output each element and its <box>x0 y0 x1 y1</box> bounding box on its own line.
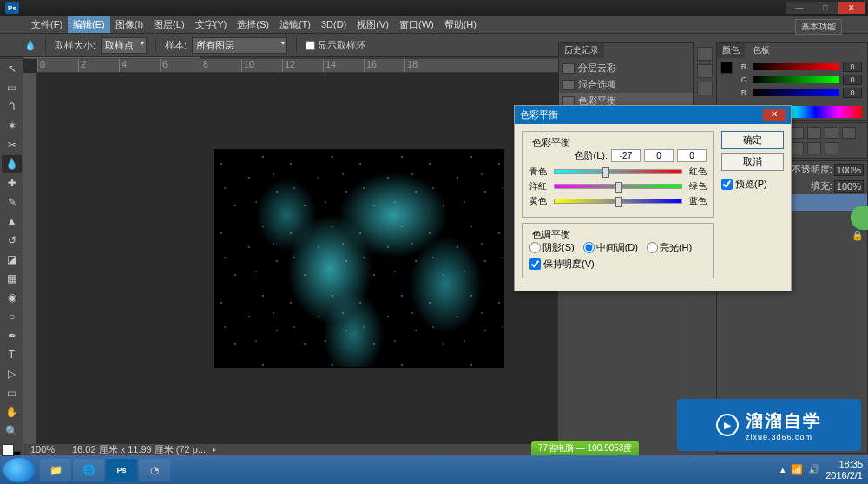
marquee-tool[interactable]: ▭ <box>2 79 22 96</box>
adj-icon[interactable] <box>825 127 838 139</box>
move-tool[interactable]: ↖ <box>2 60 22 77</box>
history-item[interactable]: 混合选项 <box>559 76 693 93</box>
menu-select[interactable]: 选择(S) <box>232 16 274 33</box>
color-tab[interactable]: 颜色 <box>717 43 745 58</box>
highlights-radio[interactable]: 亮光(H) <box>647 241 692 254</box>
history-brush-tool[interactable]: ↺ <box>2 232 22 249</box>
menu-window[interactable]: 窗口(W) <box>394 16 439 33</box>
ok-button[interactable]: 确定 <box>721 131 784 149</box>
b-slider[interactable] <box>753 89 839 96</box>
adj-icon[interactable] <box>842 127 856 139</box>
pen-tool[interactable]: ✒ <box>2 327 22 344</box>
tray-clock[interactable]: 18:35 2016/2/1 <box>825 459 863 480</box>
tray-volume-icon[interactable]: 🔊 <box>808 464 820 475</box>
menu-3d[interactable]: 3D(D) <box>316 17 352 31</box>
hand-tool[interactable]: ✋ <box>2 403 22 421</box>
app-logo: Ps <box>5 2 19 14</box>
menu-type[interactable]: 文字(Y) <box>190 16 233 33</box>
cyan-red-slider[interactable] <box>554 169 682 174</box>
quickselect-tool[interactable]: ✶ <box>2 117 22 134</box>
yellow-blue-slider[interactable] <box>554 199 682 204</box>
menu-file[interactable]: 文件(F) <box>26 16 68 33</box>
brush-tool[interactable]: ✎ <box>2 193 22 211</box>
zoom-tool[interactable]: 🔍 <box>2 422 22 440</box>
crop-tool[interactable]: ✂ <box>2 136 22 154</box>
color-swatch-mini[interactable] <box>717 58 736 104</box>
dock-icon[interactable] <box>697 47 713 61</box>
workspace-switcher[interactable]: 基本功能 <box>795 19 842 35</box>
history-item[interactable]: 分层云彩 <box>559 60 693 76</box>
close-button[interactable]: ✕ <box>838 2 865 14</box>
taskbar-app-icon[interactable]: ◔ <box>139 459 170 481</box>
tray-network-icon[interactable]: 📶 <box>791 464 803 475</box>
menu-help[interactable]: 帮助(H) <box>439 16 482 33</box>
dialog-titlebar[interactable]: 色彩平衡 ✕ <box>515 106 791 124</box>
start-button[interactable] <box>3 458 35 482</box>
dock-icon[interactable] <box>697 64 713 78</box>
group-label: 色调平衡 <box>529 228 573 241</box>
history-panel-tab[interactable]: 历史记录 <box>559 43 604 58</box>
eraser-tool[interactable]: ◪ <box>2 251 22 268</box>
menubar: 文件(F) 编辑(E) 图像(I) 图层(L) 文字(Y) 选择(S) 滤镜(T… <box>0 16 868 34</box>
taskbar-photoshop-icon[interactable]: Ps <box>106 459 137 481</box>
preserve-luminosity-checkbox[interactable] <box>529 258 541 270</box>
show-ring-checkbox[interactable] <box>306 41 315 50</box>
lasso-tool[interactable]: ᘃ <box>2 98 22 115</box>
r-slider[interactable] <box>753 63 839 70</box>
adj-icon[interactable] <box>790 142 804 154</box>
g-value[interactable]: 0 <box>843 75 862 85</box>
path-tool[interactable]: ▷ <box>2 365 22 383</box>
type-tool[interactable]: T <box>2 346 22 363</box>
menu-layer[interactable]: 图层(L) <box>148 16 189 33</box>
blur-tool[interactable]: ◉ <box>2 289 22 306</box>
sample-label: 样本: <box>165 39 187 52</box>
preview-label: 预览(P) <box>735 178 767 191</box>
swatches-tab[interactable]: 色板 <box>747 43 775 58</box>
menu-view[interactable]: 视图(V) <box>352 16 394 33</box>
sample-size-dropdown[interactable]: 取样点 <box>101 37 147 54</box>
adj-icon[interactable] <box>825 142 838 154</box>
gradient-tool[interactable]: ▦ <box>2 270 22 287</box>
zoom-level[interactable]: 100% <box>30 444 65 455</box>
shadows-radio[interactable]: 阴影(S) <box>529 241 575 254</box>
heal-tool[interactable]: ✚ <box>2 174 22 192</box>
level-input-2[interactable] <box>644 149 674 162</box>
stamp-tool[interactable]: ▲ <box>2 213 22 230</box>
foreground-color[interactable] <box>2 444 14 456</box>
dock-icon[interactable] <box>697 82 713 95</box>
restore-button[interactable]: □ <box>812 2 838 14</box>
doc-info-arrow-icon[interactable]: ▸ <box>213 446 216 454</box>
sample-layers-dropdown[interactable]: 所有图层 <box>192 37 287 54</box>
cancel-button[interactable]: 取消 <box>721 153 784 171</box>
tray-expand-icon[interactable]: ▴ <box>780 464 786 475</box>
adj-icon[interactable] <box>807 142 821 154</box>
taskbar-browser-icon[interactable]: 🌐 <box>73 459 104 481</box>
levels-label: 色阶(L): <box>575 149 608 162</box>
preview-checkbox[interactable] <box>721 179 733 190</box>
menu-filter[interactable]: 滤镜(T) <box>274 16 316 33</box>
adj-icon[interactable] <box>790 127 804 139</box>
b-value[interactable]: 0 <box>843 88 862 98</box>
side-bubble[interactable] <box>851 206 868 230</box>
shape-tool[interactable]: ▭ <box>2 384 22 402</box>
eyedropper-tool[interactable]: 💧 <box>2 155 22 173</box>
document-canvas[interactable] <box>214 150 503 367</box>
level-input-3[interactable] <box>677 149 707 162</box>
group-label: 色彩平衡 <box>529 136 573 149</box>
level-input-1[interactable] <box>611 149 641 162</box>
green-tip-button[interactable]: 77省电脑 — 100.9053度 <box>531 441 639 455</box>
menu-image[interactable]: 图像(I) <box>110 16 148 33</box>
color-balance-dialog: 色彩平衡 ✕ 色彩平衡 色阶(L): 青色 红色 洋红 <box>514 105 792 291</box>
adj-icon[interactable] <box>807 127 821 139</box>
minimize-button[interactable]: — <box>786 2 812 14</box>
magenta-green-slider[interactable] <box>554 184 682 189</box>
opacity-value[interactable]: 100% <box>834 164 864 176</box>
dodge-tool[interactable]: ○ <box>2 308 22 325</box>
fill-value[interactable]: 100% <box>834 180 864 193</box>
r-value[interactable]: 0 <box>843 62 862 72</box>
menu-edit[interactable]: 编辑(E) <box>68 16 110 33</box>
midtones-radio[interactable]: 中间调(D) <box>583 241 638 254</box>
dialog-close-button[interactable]: ✕ <box>763 109 786 121</box>
g-slider[interactable] <box>753 76 839 83</box>
taskbar-explorer-icon[interactable]: 📁 <box>40 459 71 481</box>
